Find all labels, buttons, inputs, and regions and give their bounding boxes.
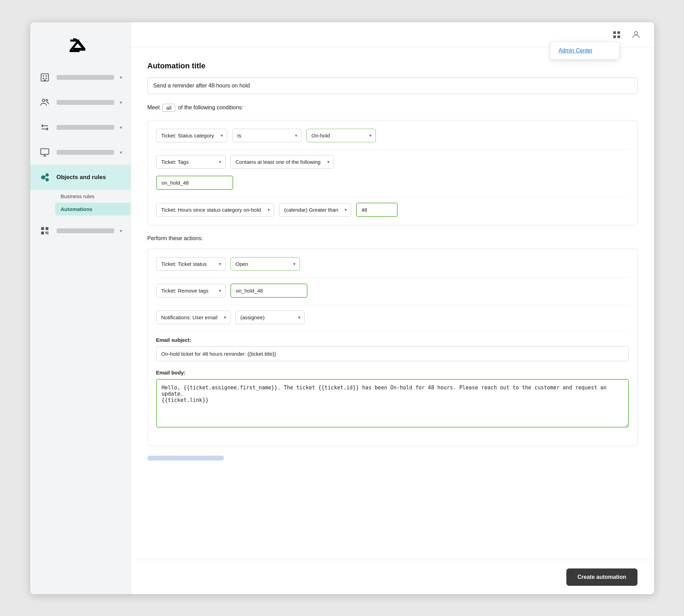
sidebar-subnav-automations[interactable]: Automations [55,203,130,216]
logo: Z [30,22,130,62]
arrows-icon [39,121,51,134]
user-icon-button[interactable] [629,28,643,42]
condition-row-2: Ticket: Tags Contains at least one of th… [156,155,629,169]
svg-rect-2 [43,75,44,77]
condition-3-value-input[interactable] [356,203,398,217]
svg-text:Z: Z [69,36,80,54]
conditions-qualifier-badge: all [162,104,175,112]
sidebar-subnav: Business rules Automations [30,190,130,218]
sidebar-item-buildings[interactable]: ▾ [30,65,130,90]
svg-rect-20 [613,31,616,34]
action-3-field[interactable]: Notifications: User email [156,311,230,324]
action-3-value[interactable]: (assignee) [235,311,305,324]
actions-block: Ticket: Ticket status Open Ticket: Rem [147,248,637,446]
chevron-down-icon: ▾ [120,100,122,105]
svg-rect-22 [613,35,616,38]
scroll-indicator [147,456,224,461]
monitor-icon [39,146,51,159]
conditions-header: Meet all of the following conditions: [147,104,637,112]
condition-1-operator-wrapper: Is [232,129,302,142]
actions-header: Perform these actions: [147,235,637,242]
condition-1-field[interactable]: Ticket: Status category [156,129,227,142]
sidebar-item-label [57,75,114,80]
svg-rect-14 [45,227,48,230]
condition-2-operator-wrapper: Contains at least one of the following [230,155,334,169]
condition-1-operator[interactable]: Is [232,129,302,142]
svg-rect-3 [45,75,47,77]
svg-rect-15 [41,231,44,234]
email-subject-input[interactable] [156,346,629,361]
sidebar-item-monitor[interactable]: ▾ [30,140,130,165]
action-2-tag-input[interactable] [230,284,307,298]
email-body-label: Email body: [156,370,629,375]
email-body-section: Email body: Hello, {{ticket.assignee.fir… [156,370,629,429]
sidebar-item-objects-rules[interactable]: Objects and rules [30,165,130,190]
condition-2-tag-input[interactable] [156,176,233,190]
svg-rect-6 [44,79,45,81]
automation-title-input[interactable] [147,77,637,94]
apps-icon [39,225,51,237]
condition-3-field[interactable]: Ticket: Hours since status category on-h… [156,203,274,217]
topbar: Admin Center [131,22,654,48]
svg-rect-5 [45,78,47,79]
create-automation-button[interactable]: Create automation [566,568,637,586]
condition-row-1: Ticket: Status category Is On-hold [156,129,629,142]
svg-point-24 [634,31,637,34]
sidebar-item-people[interactable]: ▾ [30,90,130,115]
chevron-down-icon: ▾ [120,228,122,234]
svg-rect-4 [43,78,44,79]
sidebar-item-label [57,228,114,233]
svg-rect-16 [45,233,47,234]
footer: Create automation [131,560,654,594]
chevron-down-icon: ▾ [120,125,122,130]
main-scroll-area: Automation title Meet all of the followi… [131,48,654,560]
email-subject-section: Email subject: [156,337,629,361]
admin-center-dropdown: Admin Center [550,42,619,60]
sidebar-item-apps[interactable]: ▾ [30,218,130,243]
zendesk-logo: Z [66,35,94,54]
action-1-value-wrapper: Open [230,257,300,271]
sidebar-item-label [57,100,114,105]
condition-3-operator-wrapper: (calendar) Greater than [279,203,351,217]
svg-rect-18 [45,231,47,233]
condition-2-field-wrapper: Ticket: Tags [156,155,226,169]
svg-rect-21 [617,31,620,34]
svg-point-10 [41,176,44,179]
sidebar-item-label [57,125,114,130]
action-row-3: Notifications: User email (assignee) [156,311,629,324]
condition-3-operator[interactable]: (calendar) Greater than [279,203,351,217]
sidebar-item-arrows[interactable]: ▾ [30,115,130,140]
people-icon [39,96,51,109]
sidebar-subnav-business-rules[interactable]: Business rules [55,190,130,203]
condition-row-3: Ticket: Hours since status category on-h… [156,203,629,217]
page-title: Automation title [147,61,637,70]
action-row-1: Ticket: Ticket status Open [156,257,629,271]
chevron-down-icon: ▾ [120,150,122,155]
objects-rules-icon [39,171,51,184]
email-subject-label: Email subject: [156,337,629,343]
sidebar-item-objects-rules-label: Objects and rules [57,174,106,181]
main-content: Admin Center Automation title Meet all o… [131,22,654,594]
condition-1-value[interactable]: On-hold [306,129,376,142]
conditions-block: Ticket: Status category Is On-hold [147,120,637,226]
svg-rect-13 [41,227,44,230]
svg-rect-17 [47,231,49,233]
topbar-actions [610,28,643,42]
email-body-textarea[interactable]: Hello, {{ticket.assignee.first_name}}. T… [156,379,629,428]
condition-2-field[interactable]: Ticket: Tags [156,155,226,169]
action-2-field[interactable]: Ticket: Remove tags [156,284,226,297]
svg-point-8 [46,99,48,101]
sidebar: Z ▾ [30,22,131,594]
admin-center-link[interactable]: Admin Center [550,42,619,59]
condition-3-field-wrapper: Ticket: Hours since status category on-h… [156,203,274,217]
action-row-2: Ticket: Remove tags [156,284,629,298]
action-3-field-wrapper: Notifications: User email [156,311,230,324]
action-1-field-wrapper: Ticket: Ticket status [156,257,226,271]
svg-rect-9 [41,149,49,154]
action-1-value[interactable]: Open [230,257,300,271]
action-1-field[interactable]: Ticket: Ticket status [156,257,226,271]
condition-2-operator[interactable]: Contains at least one of the following [230,155,334,169]
grid-icon-button[interactable] [610,28,624,42]
condition-1-field-wrapper: Ticket: Status category [156,129,227,142]
svg-rect-23 [617,35,620,38]
